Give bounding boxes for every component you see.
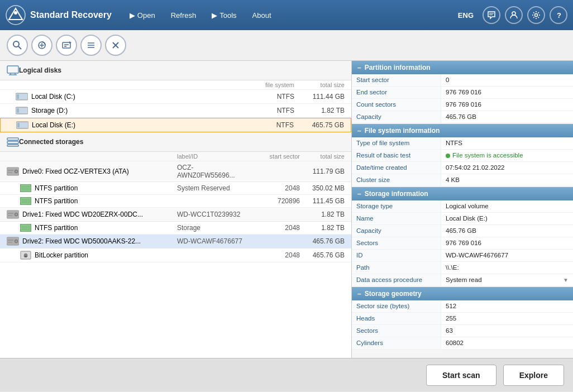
info-label: Type of file system (352, 137, 441, 149)
svg-rect-30 (17, 108, 19, 113)
hdd-icon (7, 210, 19, 219)
info-row: Date/time created 07:54:02 21.02.2022 (352, 162, 573, 174)
svg-point-40 (16, 171, 17, 172)
partition-name: NTFS partition (35, 224, 177, 232)
partition-label: System Reserved (177, 184, 250, 192)
disk-icon (16, 121, 28, 130)
info-row: Cluster size 4 KB (352, 174, 573, 187)
info-value[interactable]: System read▼ (441, 274, 573, 286)
storage-partition-row[interactable]: NTFS partition System Reserved 2048 350.… (0, 182, 351, 195)
info-label: Date/time created (352, 162, 441, 174)
info-value: 465.76 GB (441, 111, 573, 123)
main-content: Logical disks file system total size Loc… (0, 61, 573, 358)
info-value: File system is accessible (441, 150, 573, 161)
filesystem-info-header: – File system information (352, 124, 573, 137)
menu-tools[interactable]: ▶ Tools (205, 8, 243, 23)
storage-partition-row[interactable]: NTFS partition Storage 2048 1.82 TB (0, 222, 351, 235)
partition-size: 350.02 MB (300, 184, 345, 192)
menu-bar: ▶ Open Refresh ▶ Tools About (123, 8, 453, 23)
info-label: Sector size (bytes) (352, 300, 441, 312)
tools-arrow-icon: ▶ (212, 11, 217, 20)
dropdown-arrow-icon: ▼ (563, 277, 569, 283)
start-scan-button[interactable]: Start scan (426, 365, 496, 386)
scan-tool-button[interactable] (31, 35, 52, 56)
drive-label: WD-WCC1T0239932 (177, 211, 250, 218)
logical-disk-item[interactable]: Storage (D:) NTFS 1.82 TB (0, 104, 351, 118)
storage-drive-list: Drive0: Fixed OCZ-VERTEX3 (ATA) OCZ-AWNZ… (0, 161, 351, 262)
filesystem-info-section: – File system information Type of file s… (352, 124, 573, 187)
logical-disks-title: Logical disks (19, 66, 345, 74)
explore-button[interactable]: Explore (503, 365, 564, 386)
storage-geometry-section: – Storage geometry Sector size (bytes) 5… (352, 287, 573, 350)
svg-rect-36 (7, 145, 18, 146)
status-dot (446, 154, 450, 158)
info-value: \\.\E: (441, 262, 573, 274)
disk-item-fs: NTFS (249, 121, 294, 129)
info-value: 976 769 016 (441, 87, 573, 98)
app-logo-icon (6, 5, 26, 25)
svg-rect-27 (17, 94, 19, 99)
storage-drive-row[interactable]: Drive2: Fixed WDC WD5000AAKS-22... WD-WC… (0, 235, 351, 248)
search-tool-button[interactable] (7, 35, 28, 56)
partition-start: 2048 (250, 251, 300, 259)
logical-disk-item[interactable]: Local Disk (E:) NTFS 465.75 GB (0, 118, 351, 132)
disk-item-size: 111.44 GB (294, 93, 345, 101)
storage-partition-row[interactable]: BitLocker partition 2048 465.76 GB (0, 248, 351, 262)
info-row: Heads 255 (352, 313, 573, 325)
partition-name: BitLocker partition (35, 251, 177, 259)
disk-item-name: Storage (D:) (31, 107, 250, 114)
storage-drive-row[interactable]: Drive0: Fixed OCZ-VERTEX3 (ATA) OCZ-AWNZ… (0, 161, 351, 182)
info-label: Data access procedure (352, 274, 441, 286)
drive-label: WD-WCAWF4676677 (177, 237, 250, 245)
partition-label: Storage (177, 224, 250, 232)
info-label: Count sectors (352, 99, 441, 111)
info-label: Sectors (352, 237, 441, 249)
connected-storages-section: Connected storages label/ID start sector… (0, 132, 351, 262)
info-value: 976 769 016 (441, 237, 573, 249)
storage-partition-row[interactable]: NTFS partition 720896 111.45 GB (0, 195, 351, 208)
storage-drive-row[interactable]: Drive1: Fixed WDC WD20EZRX-00DC... WD-WC… (0, 208, 351, 222)
info-row: Type of file system NTFS (352, 137, 573, 150)
info-row: Capacity 465.76 GB (352, 225, 573, 237)
ntfs-partition-icon (20, 224, 31, 232)
info-label: Start sector (352, 74, 441, 86)
language-selector[interactable]: ENG (453, 9, 478, 22)
svg-point-56 (16, 214, 17, 215)
svg-rect-57 (8, 213, 13, 214)
info-value: 465.76 GB (441, 225, 573, 237)
drive-label: OCZ-AWNZ0FW55696... (177, 164, 250, 179)
help-button[interactable]: ? (550, 6, 567, 24)
recover-tool-button[interactable] (56, 35, 77, 56)
partition-name: NTFS partition (35, 197, 177, 205)
disk-item-size: 465.75 GB (294, 121, 344, 129)
disk-icon (16, 106, 28, 115)
bitlocker-icon (20, 251, 31, 260)
drive-name: Drive0: Fixed OCZ-VERTEX3 (ATA) (22, 168, 177, 175)
info-row: Sectors 976 769 016 (352, 237, 573, 250)
info-row: Cylinders 60802 (352, 337, 573, 350)
svg-rect-13 (63, 42, 70, 48)
list-tool-button[interactable] (80, 35, 102, 56)
menu-about[interactable]: About (246, 8, 278, 23)
info-row: Name Local Disk (E:) (352, 213, 573, 225)
close-tool-button[interactable] (105, 35, 126, 56)
open-arrow-icon: ▶ (130, 11, 135, 20)
chat-button[interactable] (483, 6, 500, 24)
user-button[interactable] (505, 6, 523, 24)
svg-rect-42 (8, 172, 12, 173)
partition-name: NTFS partition (35, 184, 177, 192)
hdd-icon (7, 237, 19, 246)
svg-text:?: ? (557, 11, 561, 20)
info-value: WD-WCAWF4676677 (441, 250, 573, 261)
logical-disk-item[interactable]: Local Disk (C:) NTFS 111.44 GB (0, 90, 351, 104)
menu-refresh[interactable]: Refresh (164, 8, 203, 23)
menu-open[interactable]: ▶ Open (123, 8, 162, 23)
left-panel: Logical disks file system total size Loc… (0, 61, 352, 358)
header-right: ENG ? (453, 6, 567, 24)
svg-line-9 (18, 46, 21, 49)
settings-button[interactable] (527, 6, 545, 24)
disk-item-fs: NTFS (250, 107, 294, 114)
svg-rect-71 (25, 256, 27, 257)
storage-info-table: Storage type Logical volume Name Local D… (352, 200, 573, 286)
svg-point-5 (512, 12, 515, 15)
